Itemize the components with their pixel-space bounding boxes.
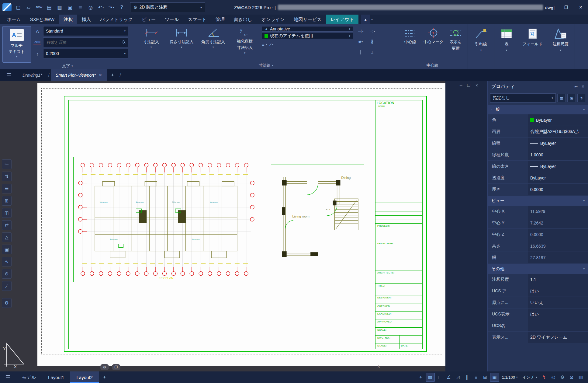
dynamic-input-icon[interactable]: ≡ (472, 373, 480, 381)
tray-expand-icon[interactable]: ∧ (377, 364, 380, 369)
tab-manage[interactable]: 管理 (211, 15, 229, 24)
copy-icon[interactable]: ▣ (65, 3, 75, 12)
prop-row-annoscale[interactable]: 注釈尺度 1:1 (488, 274, 588, 285)
quick-select-icon[interactable]: ▦ (557, 94, 566, 102)
prop-row-ucs-icon[interactable]: UCS ア... はい (488, 285, 588, 297)
section-general[interactable]: 一般 ▾ (488, 105, 588, 114)
dim-layer-select[interactable]: 現在のアイテムを使用 ▾ (262, 33, 353, 39)
mtext-button[interactable]: A マルチ テキスト ▾ (2, 26, 31, 63)
layout1-tab[interactable]: Layout1 (42, 371, 70, 383)
update-display-button[interactable]: 表示を 更新 (446, 26, 465, 51)
prop-row-ucs-origin[interactable]: 原点に... いいえ (488, 297, 588, 308)
select-objects-icon[interactable]: ◉ (567, 94, 576, 102)
dimension-group-label[interactable]: 寸法線 ▾ (135, 61, 397, 69)
layout2-tab[interactable]: Layout2 (70, 371, 99, 383)
polyline-icon[interactable]: ∿ (2, 257, 12, 266)
text-style-select[interactable]: Standard ▾ (43, 26, 128, 36)
status-gear-icon[interactable]: ⚙ (558, 373, 567, 381)
tab-map-service[interactable]: 地図サービス (289, 15, 326, 24)
find-replace-input[interactable] (46, 40, 120, 45)
centerline-group-label[interactable]: 中心線 (397, 61, 468, 69)
ribbon-collapse-caret-icon[interactable]: ▾ (371, 18, 373, 21)
measure-icon[interactable]: ∕ (2, 281, 12, 291)
dim-style-select[interactable]: ▲ Annotative ▾ (262, 26, 353, 32)
section-misc[interactable]: その他 ▾ (488, 264, 588, 274)
drawing-minimize-icon[interactable]: ─ (460, 83, 462, 88)
dim-style-tool-button[interactable]: ≡ ▾ (262, 42, 267, 47)
viewport-scale-control[interactable]: 1:1/100 ▾ (500, 375, 520, 380)
new-doc-tab-button[interactable]: + (107, 69, 118, 81)
target-icon[interactable]: ⊙ (2, 269, 12, 279)
drawing-close-icon[interactable]: ✕ (475, 83, 478, 88)
find-replace-icon[interactable]: ◎ (86, 3, 95, 12)
prop-row-layer[interactable]: 画層 合院户型A2F(19#)$0$A_\ (488, 126, 588, 138)
continue-dim-icon[interactable]: ≠▾ (355, 37, 366, 46)
zwcad-logo-icon[interactable] (2, 3, 12, 11)
customize-icon[interactable]: ▥ (576, 373, 585, 381)
viewport-gear-icon[interactable]: ⚙ (100, 364, 109, 370)
baseline-dim-icon[interactable]: ≍▾ (367, 27, 377, 36)
pickadd-toggle-icon[interactable]: ↯ (577, 94, 586, 102)
swap-view-icon[interactable]: ⇅ (2, 172, 12, 181)
centerline-button[interactable]: 中心線 (399, 26, 421, 45)
leader-button[interactable]: 引出線 ▾ (468, 24, 494, 69)
tab-smart[interactable]: スマート (183, 15, 211, 24)
layout-canvas[interactable]: Living room Living room Living room Livi… (0, 81, 445, 371)
prop-row-thickness[interactable]: 厚さ 0.0000 (488, 184, 588, 195)
prop-row-height[interactable]: 高さ 16.6639 (488, 240, 588, 252)
tab-export[interactable]: 書き出し (229, 15, 257, 24)
drawing-restore-icon[interactable]: ❐ (467, 83, 471, 88)
text-group-label[interactable]: 文字 ▾ (0, 63, 135, 69)
ortho-icon[interactable]: ∟ (435, 373, 444, 381)
viewport-split-icon[interactable]: ◫ (2, 208, 12, 218)
layers-icon[interactable]: ☰ (2, 184, 12, 193)
adjust-space-icon[interactable]: ∥ (355, 47, 366, 57)
prop-row-center-y[interactable]: 中心 Y 7.2642 (488, 217, 588, 229)
annotation-scale-button[interactable]: 注釈尺度 ▾ (546, 24, 575, 69)
doc-tab-close-icon[interactable]: ✕ (99, 73, 102, 77)
osnap-icon[interactable]: ◿ (454, 373, 462, 381)
clean-screen-icon[interactable]: ⊠ (567, 373, 576, 381)
table-button[interactable]: 表 ▾ (494, 24, 519, 69)
palette-autohide-icon[interactable]: ⇤ (574, 84, 578, 89)
selection-cycling-icon[interactable]: ▣ (490, 373, 499, 382)
preview-thumbnail-icon[interactable]: ❐ (112, 364, 120, 370)
text-height-select[interactable]: 0.2000 ▾ (43, 49, 128, 58)
tab-sxf-jww[interactable]: SXFとJWW (26, 15, 59, 24)
tab-tools[interactable]: ツール (160, 15, 183, 24)
grid-snap-icon[interactable]: ⊞ (2, 196, 12, 206)
redo-icon[interactable]: ↷▾ (106, 3, 116, 12)
tab-layout[interactable]: レイアウト (326, 15, 359, 24)
layout-menu-icon[interactable]: ☰ (0, 371, 16, 383)
settings-gear-icon[interactable]: ⚙ (2, 298, 12, 308)
tab-annotate[interactable]: 注釈 (59, 15, 77, 24)
ribbon-collapse-button[interactable]: ▲ (361, 15, 370, 24)
prop-row-color[interactable]: 色 ByLayer (488, 114, 588, 126)
tab-home[interactable]: ホーム (2, 15, 26, 24)
tab-online[interactable]: オンライン (257, 15, 289, 24)
prop-row-lineweight[interactable]: 線の太さ ByLayer (488, 161, 588, 172)
ordinate-dimension-button[interactable]: y= x= 強化座標 寸法記入 ▾ (230, 26, 259, 54)
selection-icon[interactable]: ▣ (2, 245, 12, 254)
annotation-monitor-icon[interactable]: ↯ (540, 373, 548, 381)
dim-break-icon[interactable]: ∦ (367, 37, 377, 46)
help-icon[interactable]: ? (117, 3, 126, 12)
prop-row-center-z[interactable]: 中心 Z 0.0000 (488, 229, 588, 240)
tab-view[interactable]: ビュー (137, 15, 161, 24)
viewport-list-icon[interactable]: ≔ (2, 159, 12, 169)
doc-tab-smart-plot[interactable]: Smart Plot--viewport* ✕ (51, 69, 107, 81)
new-file-icon[interactable]: ▢ (13, 3, 23, 12)
workspace-switcher[interactable]: ⚙ 2D 製図と注釈 ▾ (130, 2, 205, 12)
prop-row-ltscale[interactable]: 線種尺度 1.0000 (488, 149, 588, 161)
open-file-icon[interactable]: ▱ (24, 3, 33, 12)
doc-tab-drawing1[interactable]: Drawing1* (18, 69, 47, 81)
detail-viewport[interactable]: Dining Living room 3-LT (271, 165, 364, 265)
prop-row-transparency[interactable]: 透過度 ByLayer (488, 172, 588, 184)
transfer-icon[interactable]: ⇄ (2, 220, 12, 230)
floor-plan-viewport[interactable]: Living room Living room Living room Livi… (73, 157, 259, 282)
angular-dimension-button[interactable]: 角度寸法記入 ▾ (199, 26, 228, 49)
linear-dimension-button[interactable]: 長さ寸法記入 ▾ (167, 26, 196, 49)
tab-parametric[interactable]: パラメトリック (95, 15, 137, 24)
search-icon[interactable] (122, 40, 126, 44)
isolate-objects-icon[interactable]: ◎ (549, 373, 558, 381)
